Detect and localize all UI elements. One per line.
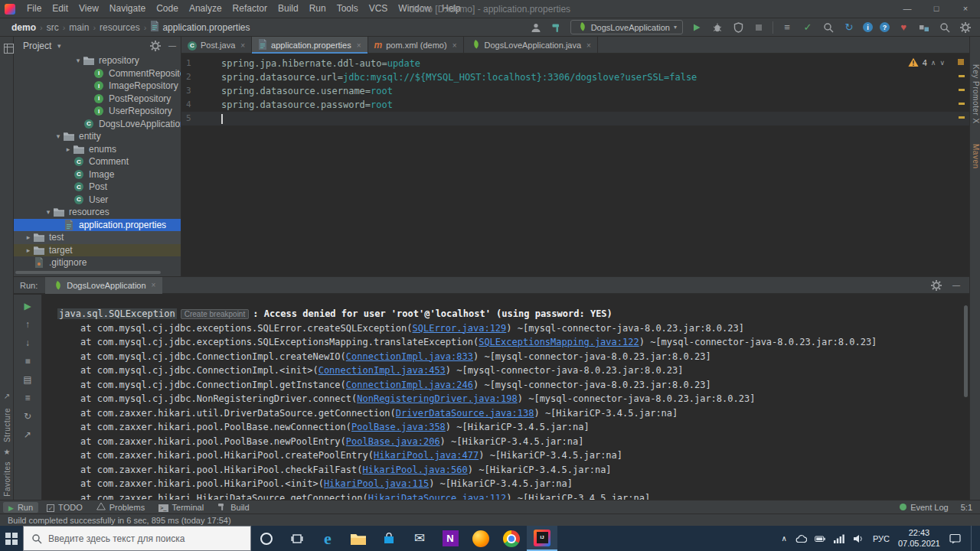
pin-icon[interactable]: ↗ xyxy=(0,389,14,403)
coverage-button[interactable] xyxy=(731,21,745,34)
warning-stripe-mark[interactable] xyxy=(959,116,965,119)
settings-gear-icon[interactable] xyxy=(959,21,972,34)
tray-battery-icon[interactable] xyxy=(815,533,826,543)
gear-icon[interactable] xyxy=(929,279,943,292)
tray-volume-icon[interactable] xyxy=(853,533,864,543)
close-button[interactable]: × xyxy=(951,0,980,18)
tree-item-enums[interactable]: ▸enums xyxy=(14,143,181,156)
tree-item-resources[interactable]: ▾resources xyxy=(14,206,181,219)
close-icon[interactable]: × xyxy=(240,41,245,50)
dump-threads-button[interactable]: ▤ xyxy=(21,373,34,386)
toolwindow-button-problems[interactable]: Problems xyxy=(91,501,150,513)
soft-wrap-button[interactable]: ≡ xyxy=(21,392,34,404)
stack-trace-link[interactable]: PoolBase.java:358 xyxy=(351,422,446,432)
prev-occurrence-button[interactable]: ↑ xyxy=(21,318,34,331)
chevron-down-icon[interactable]: ▾ xyxy=(74,57,83,64)
stack-trace-link[interactable]: NonRegisteringDriver.java:198 xyxy=(357,393,518,404)
tree-item-imagerepository[interactable]: IImageRepository xyxy=(14,80,181,93)
code-line-1[interactable]: 1spring.jpa.hibernate.ddl-auto=update xyxy=(181,57,969,70)
console-output[interactable]: java.sql.SQLExceptionCreate breakpoint: … xyxy=(43,295,969,500)
code-line-2[interactable]: 2spring.datasource.url=jdbc:mysql://${MY… xyxy=(181,70,969,84)
search-everywhere-icon[interactable] xyxy=(822,21,835,34)
caret-position[interactable]: 5:1 xyxy=(961,503,972,512)
tree-item-application-properties[interactable]: application.properties xyxy=(14,219,181,232)
menu-refactor[interactable]: Refactor xyxy=(227,0,273,18)
maximize-button[interactable]: □ xyxy=(922,0,951,18)
warning-stripe-mark[interactable] xyxy=(959,75,965,77)
minimize-button[interactable]: — xyxy=(893,0,922,18)
start-button[interactable] xyxy=(0,526,23,551)
tree-item-repository[interactable]: ▾repository xyxy=(14,54,181,67)
warning-stripe-mark[interactable] xyxy=(959,89,965,91)
cortana-button[interactable] xyxy=(251,526,282,551)
taskbar-search-input[interactable]: Введите здесь текст для поиска xyxy=(23,526,251,551)
rerun-button[interactable]: ▶ xyxy=(21,300,34,312)
menu-tools[interactable]: Tools xyxy=(332,0,364,18)
stack-trace-link[interactable]: HikariPool.java:477 xyxy=(374,450,479,461)
commit-check-icon[interactable]: ✓ xyxy=(801,21,815,34)
close-icon[interactable]: × xyxy=(357,41,361,50)
vertical-scrollbar[interactable] xyxy=(964,305,968,397)
toolwindow-button-favorites[interactable]: Favorites xyxy=(3,461,11,497)
action-center-icon[interactable] xyxy=(949,532,962,546)
language-indicator[interactable]: РУС xyxy=(873,534,890,543)
chevron-down-icon[interactable]: ▾ xyxy=(54,42,64,50)
chevron-right-icon[interactable]: ▸ xyxy=(24,233,33,241)
tree-item-image[interactable]: CImage xyxy=(14,168,181,181)
chevron-right-icon[interactable]: ▸ xyxy=(24,246,33,254)
menu-analyze[interactable]: Analyze xyxy=(184,0,227,18)
stack-trace-link[interactable]: DriverDataSource.java:138 xyxy=(396,408,534,419)
exception-class[interactable]: java.sql.SQLException xyxy=(57,308,177,319)
tray-onedrive-icon[interactable] xyxy=(795,533,807,543)
tree-item-comment[interactable]: CComment xyxy=(14,155,181,168)
stop-button[interactable]: ■ xyxy=(21,355,34,367)
tree-item-dogsloveapplication[interactable]: CDogsLoveApplication xyxy=(14,118,181,131)
toolwindow-button-run[interactable]: ▶Run xyxy=(3,502,38,513)
editor-tab-application-properties[interactable]: application.properties× xyxy=(252,37,368,54)
debug-button[interactable] xyxy=(710,21,724,34)
menu-code[interactable]: Code xyxy=(151,0,184,18)
toolwindow-button-build[interactable]: Build xyxy=(212,501,254,514)
stack-trace-link[interactable]: PoolBase.java:206 xyxy=(346,436,440,447)
menu-file[interactable]: File xyxy=(21,0,47,18)
editor-tab-dogsloveapplication-java[interactable]: DogsLoveApplication.java× xyxy=(464,37,598,54)
stack-trace-link[interactable]: HikariPool.java:560 xyxy=(362,465,467,475)
menu-build[interactable]: Build xyxy=(273,0,304,18)
hide-panel-icon[interactable]: — xyxy=(952,281,960,289)
synchronize-icon[interactable]: ↻ xyxy=(842,21,856,34)
close-icon[interactable]: × xyxy=(586,41,591,50)
stack-trace-link[interactable]: SQLExceptionsMapping.java:122 xyxy=(479,337,639,347)
stack-trace-link[interactable]: HikariDataSource.java:112 xyxy=(368,493,507,500)
task-view-button[interactable] xyxy=(282,526,312,551)
tree-item-postrepository[interactable]: IPostRepository xyxy=(14,93,181,106)
tray-network-icon[interactable] xyxy=(834,533,845,543)
key-promoter-heart-icon[interactable]: ♥ xyxy=(897,21,910,34)
event-log-button[interactable]: Event Log xyxy=(900,503,949,512)
tray-expand-icon[interactable]: ∧ xyxy=(782,534,787,543)
chevron-down-icon[interactable]: ▾ xyxy=(54,132,63,140)
breadcrumb-item-resources[interactable]: resources xyxy=(97,22,142,33)
taskbar-app-onenote-icon[interactable]: N xyxy=(435,526,466,551)
stack-trace-link[interactable]: SQLError.java:129 xyxy=(412,323,506,334)
toolwindow-button-key-promoter[interactable]: Key Promoter X xyxy=(972,64,980,124)
toolwindow-button-todo[interactable]: ✓TODO xyxy=(41,502,88,513)
menu-vcs[interactable]: VCS xyxy=(364,0,394,18)
info-icon[interactable]: i xyxy=(863,22,873,32)
taskbar-app-edge-icon[interactable]: e xyxy=(312,526,343,551)
code-line-4[interactable]: 4spring.datasource.password=root xyxy=(181,98,969,112)
tree-item-target[interactable]: ▸target xyxy=(14,244,181,257)
pin-button[interactable]: ↗ xyxy=(21,429,34,441)
stack-trace-link[interactable]: ConnectionImpl.java:833 xyxy=(346,351,473,362)
chevron-down-icon[interactable]: ∨ xyxy=(939,59,945,67)
toolwindow-button-structure[interactable]: Structure xyxy=(3,408,11,442)
hide-panel-icon[interactable]: — xyxy=(168,41,176,50)
taskbar-app-chrome-icon[interactable] xyxy=(496,526,527,551)
chevron-up-icon[interactable]: ∧ xyxy=(931,59,936,67)
menu-navigate[interactable]: Navigate xyxy=(104,0,151,18)
find-icon[interactable] xyxy=(938,21,952,34)
stack-trace-link[interactable]: ConnectionImpl.java:453 xyxy=(318,365,446,376)
taskbar-app-store-icon[interactable] xyxy=(374,526,404,551)
show-desktop-button[interactable] xyxy=(971,526,974,551)
chevron-down-icon[interactable]: ▾ xyxy=(44,208,53,216)
menu-edit[interactable]: Edit xyxy=(47,0,74,18)
